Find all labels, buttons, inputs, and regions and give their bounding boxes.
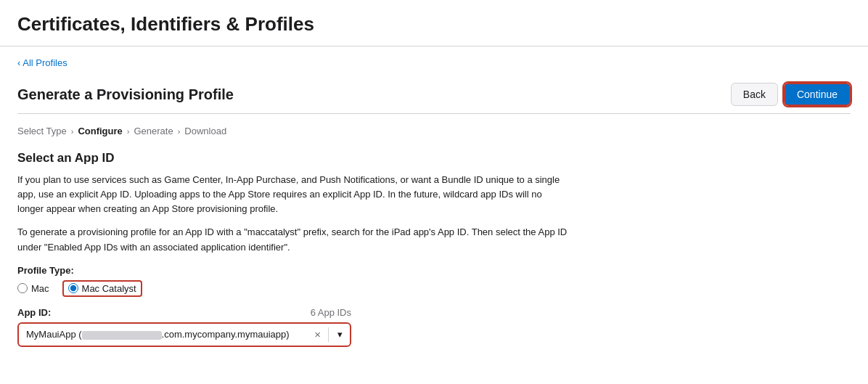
continue-button[interactable]: Continue [784,83,851,106]
page-title: Certificates, Identifiers & Profiles [17,13,851,36]
breadcrumb-chevron-2: › [127,127,130,136]
breadcrumb-step-configure: Configure [78,126,122,136]
radio-option-mac-catalyst-wrapper: Mac Catalyst [62,280,142,297]
radio-option-mac-catalyst[interactable]: Mac Catalyst [68,283,136,294]
app-id-select-wrapper[interactable]: MyMauiApp (.com.mycompany.mymauiapp) × ▾ [17,322,351,347]
description-1: If you plan to use services such as Game… [17,173,569,216]
radio-mac-label: Mac [31,283,49,294]
app-id-blurred [82,331,162,340]
app-id-clear-button[interactable]: × [308,328,327,340]
app-id-value: MyMauiApp (.com.mycompany.mymauiapp) [19,329,308,340]
app-id-label: App ID: [17,307,51,318]
breadcrumb-step-download: Download [184,126,226,136]
app-id-prefix: MyMauiApp ( [26,329,82,340]
breadcrumb-step-generate: Generate [134,126,173,136]
section-heading: Generate a Provisioning Profile [17,86,234,103]
app-id-suffix: .com.mycompany.mymauiapp) [162,329,290,340]
back-button[interactable]: Back [731,83,778,106]
breadcrumb: Select Type › Configure › Generate › Dow… [17,114,851,147]
profile-type-label: Profile Type: [17,265,851,276]
action-buttons: Back Continue [731,83,851,106]
description-2: To generate a provisioning profile for a… [17,225,569,254]
app-id-dropdown-button[interactable]: ▾ [330,329,350,340]
radio-mac[interactable] [17,283,28,293]
radio-option-mac[interactable]: Mac [17,283,49,294]
breadcrumb-chevron-3: › [178,127,181,136]
radio-mac-catalyst[interactable] [68,283,78,293]
breadcrumb-chevron-1: › [71,127,74,136]
select-app-id-heading: Select an App ID [17,151,851,166]
radio-mac-catalyst-label: Mac Catalyst [82,283,136,294]
breadcrumb-step-select-type: Select Type [17,126,67,136]
app-id-divider [328,327,329,342]
app-id-count: 6 App IDs [311,307,351,318]
profile-type-radio-group: Mac Mac Catalyst [17,280,851,297]
all-profiles-link[interactable]: All Profiles [17,57,67,68]
